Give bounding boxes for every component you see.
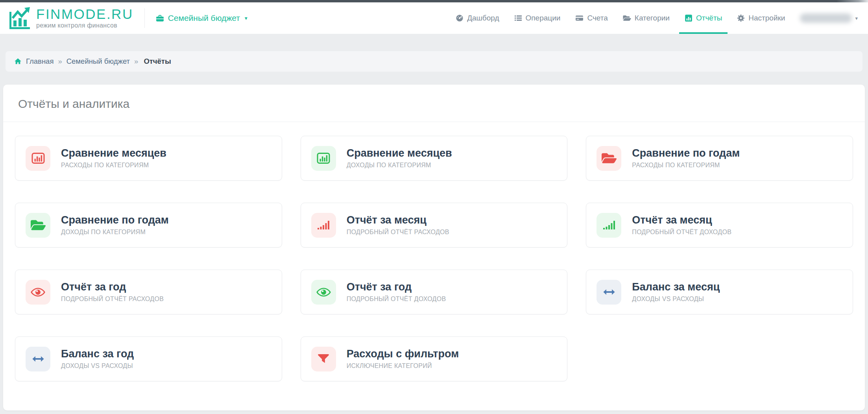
nav-item-label: Категории: [635, 14, 670, 22]
folder-open-icon: [597, 146, 621, 171]
report-cards-grid: Сравнение месяцев РАСХОДЫ ПО КАТЕГОРИЯМ …: [3, 122, 865, 395]
bar-chart-square-icon: [26, 146, 50, 171]
nav-item-label: Дашборд: [467, 14, 499, 22]
report-card-title: Отчёт за год: [347, 281, 446, 293]
list-icon: [514, 14, 522, 22]
report-card[interactable]: Баланс за месяц ДОХОДЫ VS РАСХОДЫ: [586, 270, 853, 314]
credit-card-icon: [575, 14, 584, 22]
logo[interactable]: FINMODE.RU режим контроля финансов: [7, 6, 133, 30]
breadcrumb-link[interactable]: Главная: [26, 57, 54, 66]
report-card[interactable]: Расходы с фильтром ИСКЛЮЧЕНИЕ КАТЕГОРИЙ: [301, 336, 568, 381]
signal-bars-icon: [597, 213, 621, 238]
chevron-down-icon: ▾: [245, 15, 247, 21]
breadcrumb-link[interactable]: Семейный бюджет: [66, 57, 130, 66]
report-card-subtitle: РАСХОДЫ ПО КАТЕГОРИЯМ: [632, 162, 740, 169]
user-menu[interactable]: ▾: [800, 2, 858, 34]
report-card-subtitle: ДОХОДЫ VS РАСХОДЫ: [632, 296, 720, 303]
arrows-horizontal-icon: [597, 280, 621, 305]
eye-icon: [26, 280, 50, 305]
nav-item-operations[interactable]: Операции: [514, 2, 561, 34]
report-card-title: Сравнение по годам: [61, 214, 169, 226]
home-icon: [14, 58, 22, 65]
report-card[interactable]: Сравнение по годам ДОХОДЫ ПО КАТЕГОРИЯМ: [15, 203, 282, 248]
briefcase-icon: [156, 14, 164, 22]
budget-selector-label: Семейный бюджет: [168, 13, 240, 23]
report-card-title: Отчёт за месяц: [347, 214, 449, 226]
report-card[interactable]: Отчёт за месяц ПОДРОБНЫЙ ОТЧЁТ РАСХОДОВ: [301, 203, 568, 248]
report-card-subtitle: ПОДРОБНЫЙ ОТЧЁТ ДОХОДОВ: [632, 229, 731, 236]
user-name-blurred: [800, 13, 852, 23]
bar-chart-square-icon: [311, 146, 336, 171]
folder-open-icon: [26, 213, 50, 238]
breadcrumb-separator: »: [58, 57, 62, 66]
report-card-subtitle: ПОДРОБНЫЙ ОТЧЁТ РАСХОДОВ: [347, 229, 449, 236]
report-card[interactable]: Отчёт за год ПОДРОБНЫЙ ОТЧЁТ РАСХОДОВ: [15, 270, 282, 314]
report-card[interactable]: Отчёт за месяц ПОДРОБНЫЙ ОТЧЁТ ДОХОДОВ: [586, 203, 853, 248]
report-card-subtitle: ИСКЛЮЧЕНИЕ КАТЕГОРИЙ: [347, 362, 459, 370]
breadcrumb-current: Отчёты: [144, 57, 171, 66]
nav-item-reports[interactable]: Отчёты: [685, 2, 722, 34]
nav-item-label: Счета: [587, 14, 608, 22]
report-card[interactable]: Сравнение по годам РАСХОДЫ ПО КАТЕГОРИЯМ: [586, 136, 853, 181]
report-card-title: Расходы с фильтром: [347, 348, 459, 360]
signal-bars-icon: [311, 213, 336, 238]
report-card-subtitle: РАСХОДЫ ПО КАТЕГОРИЯМ: [61, 162, 166, 169]
report-card[interactable]: Сравнение месяцев ДОХОДЫ ПО КАТЕГОРИЯМ: [301, 136, 568, 181]
bar-chart-icon: [685, 14, 693, 22]
nav-item-label: Настройки: [748, 14, 785, 22]
app-header: FINMODE.RU режим контроля финансов Семей…: [0, 2, 868, 34]
report-card[interactable]: Отчёт за год ПОДРОБНЫЙ ОТЧЁТ ДОХОДОВ: [301, 270, 568, 314]
nav-item-accounts[interactable]: Счета: [575, 2, 608, 34]
report-card-subtitle: ПОДРОБНЫЙ ОТЧЁТ РАСХОДОВ: [61, 296, 164, 303]
report-card[interactable]: Баланс за год ДОХОДЫ VS РАСХОДЫ: [15, 336, 282, 381]
report-card-title: Баланс за месяц: [632, 281, 720, 293]
logo-chart-icon: [7, 6, 31, 30]
nav-item-settings[interactable]: Настройки: [737, 2, 785, 34]
reports-panel: Отчёты и аналитика Сравнение месяцев РАС…: [3, 85, 865, 410]
folder-icon: [623, 15, 631, 22]
nav-item-categories[interactable]: Категории: [623, 2, 670, 34]
dashboard-icon: [456, 14, 464, 22]
report-card-subtitle: ПОДРОБНЫЙ ОТЧЁТ ДОХОДОВ: [347, 296, 446, 303]
breadcrumb: Главная»Семейный бюджет»Отчёты: [6, 51, 862, 72]
logo-title: FINMODE.RU: [36, 7, 133, 22]
report-card-title: Сравнение месяцев: [61, 148, 166, 159]
budget-selector[interactable]: Семейный бюджет ▾: [156, 13, 247, 23]
eye-icon: [311, 280, 336, 305]
report-card-title: Сравнение месяцев: [347, 148, 452, 159]
main-nav: Дашборд Операции Счета Категории Отчёты …: [456, 2, 858, 34]
page-title: Отчёты и аналитика: [3, 85, 865, 122]
report-card-subtitle: ДОХОДЫ ПО КАТЕГОРИЯМ: [347, 162, 452, 169]
nav-item-dashboard[interactable]: Дашборд: [456, 2, 499, 34]
report-card-title: Сравнение по годам: [632, 148, 740, 159]
header-divider: [144, 8, 145, 28]
report-card-subtitle: ДОХОДЫ ПО КАТЕГОРИЯМ: [61, 229, 169, 236]
report-card-title: Отчёт за год: [61, 281, 164, 293]
report-card[interactable]: Сравнение месяцев РАСХОДЫ ПО КАТЕГОРИЯМ: [15, 136, 282, 181]
logo-subtitle: режим контроля финансов: [36, 22, 133, 29]
report-card-title: Отчёт за месяц: [632, 214, 731, 226]
gear-icon: [737, 14, 745, 22]
nav-item-label: Отчёты: [696, 14, 722, 22]
arrows-horizontal-icon: [26, 347, 50, 371]
filter-icon: [311, 347, 336, 371]
nav-item-label: Операции: [526, 14, 561, 22]
report-card-subtitle: ДОХОДЫ VS РАСХОДЫ: [61, 362, 134, 370]
report-card-title: Баланс за год: [61, 348, 134, 360]
chevron-down-icon: ▾: [855, 15, 858, 21]
breadcrumb-separator: »: [134, 57, 138, 66]
